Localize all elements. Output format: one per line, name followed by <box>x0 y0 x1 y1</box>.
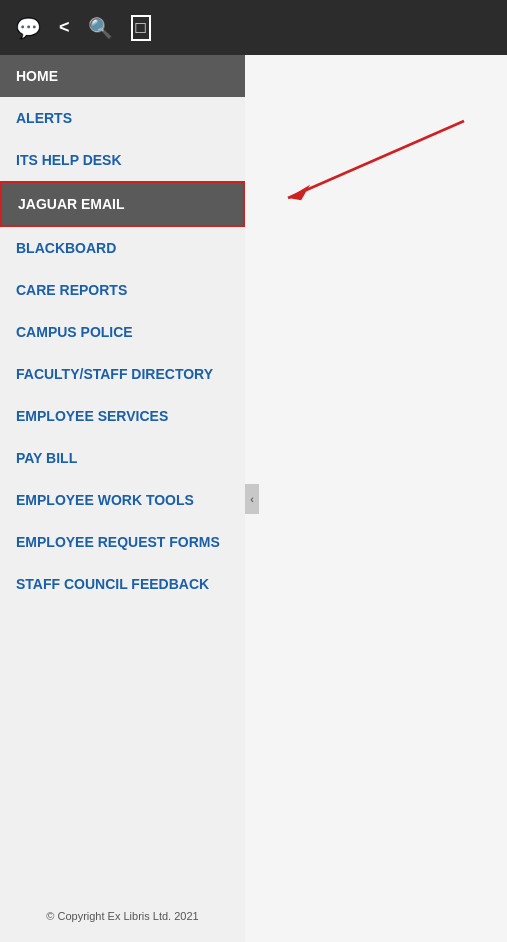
sidebar-item-its-help-desk[interactable]: ITS HELP DESK <box>0 139 245 181</box>
sidebar-item-blackboard[interactable]: BLACKBOARD <box>0 227 245 269</box>
sidebar-item-home[interactable]: HOME <box>0 55 245 97</box>
sidebar-collapse-toggle[interactable]: ‹ <box>245 484 259 514</box>
sidebar-item-alerts[interactable]: ALERTS <box>0 97 245 139</box>
sidebar-item-employee-work-tools[interactable]: EMPLOYEE WORK TOOLS <box>0 479 245 521</box>
sidebar-item-employee-request-forms[interactable]: EMPLOYEE REQUEST FORMS <box>0 521 245 563</box>
sidebar-item-employee-services[interactable]: EMPLOYEE SERVICES <box>0 395 245 437</box>
sidebar: HOME ALERTS ITS HELP DESK JAGUAR EMAIL B… <box>0 55 245 942</box>
svg-marker-1 <box>288 185 310 200</box>
sidebar-item-jaguar-email[interactable]: JAGUAR EMAIL <box>0 181 245 227</box>
svg-line-0 <box>288 121 464 198</box>
arrow-annotation <box>255 110 475 220</box>
search-icon[interactable]: 🔍 <box>88 16 113 40</box>
sidebar-item-staff-council-feedback[interactable]: STAFF COUNCIL FEEDBACK <box>0 563 245 605</box>
sidebar-item-faculty-staff-directory[interactable]: FACULTY/STAFF DIRECTORY <box>0 353 245 395</box>
chat-icon[interactable]: 💬 <box>16 16 41 40</box>
footer-copyright: © Copyright Ex Libris Ltd. 2021 <box>0 910 245 922</box>
content-area <box>245 55 507 942</box>
copy-icon[interactable]: □ <box>131 15 151 41</box>
sidebar-item-care-reports[interactable]: CARE REPORTS <box>0 269 245 311</box>
share-icon[interactable]: < <box>59 17 70 38</box>
top-bar: 💬 < 🔍 □ <box>0 0 507 55</box>
sidebar-item-campus-police[interactable]: CAMPUS POLICE <box>0 311 245 353</box>
sidebar-item-pay-bill[interactable]: PAY BILL <box>0 437 245 479</box>
main-layout: HOME ALERTS ITS HELP DESK JAGUAR EMAIL B… <box>0 55 507 942</box>
